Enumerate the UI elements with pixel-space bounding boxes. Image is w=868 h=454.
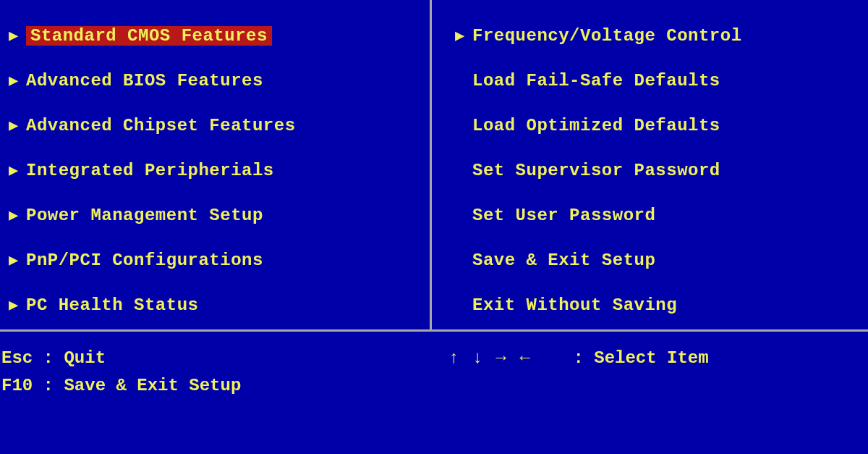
menu-item-label: Power Management Setup	[26, 206, 263, 225]
menu-item-right-5[interactable]: ▶Save & Exit Setup	[452, 237, 868, 282]
menu-item-label: Set Supervisor Password	[472, 161, 720, 180]
menu-item-label: Load Optimized Defaults	[472, 116, 720, 135]
hint-f10: F10 : Save & Exit Setup	[0, 372, 448, 400]
menu-column-left: ▶Standard CMOS Features▶Advanced BIOS Fe…	[0, 0, 432, 329]
menu-item-right-2[interactable]: ▶Load Optimized Defaults	[452, 103, 868, 148]
hint-arrows: ↑ ↓ → ← : Select Item	[448, 345, 709, 372]
footer-help-bar: Esc : Quit ↑ ↓ → ← : Select Item F10 : S…	[0, 332, 868, 400]
menu-item-label: Set User Password	[472, 206, 655, 225]
menu-item-label: PC Health Status	[26, 295, 198, 315]
menu-item-left-1[interactable]: ▶Advanced BIOS Features	[6, 58, 430, 103]
menu-item-right-6[interactable]: ▶Exit Without Saving	[452, 282, 868, 327]
menu-item-label: Exit Without Saving	[472, 295, 677, 315]
menu-item-label: Load Fail-Safe Defaults	[472, 71, 720, 91]
menu-item-label: Advanced BIOS Features	[26, 71, 263, 91]
menu-item-label: Standard CMOS Features	[26, 26, 272, 46]
submenu-arrow-icon: ▶	[9, 116, 26, 135]
menu-item-right-1[interactable]: ▶Load Fail-Safe Defaults	[452, 58, 868, 103]
menu-item-label: Integrated Peripherials	[26, 161, 274, 180]
menu-item-left-6[interactable]: ▶PC Health Status	[6, 282, 430, 327]
menu-item-left-5[interactable]: ▶PnP/PCI Configurations	[6, 237, 430, 282]
menu-item-left-0[interactable]: ▶Standard CMOS Features	[6, 13, 430, 58]
menu-item-label: Frequency/Voltage Control	[472, 26, 742, 46]
submenu-arrow-icon: ▶	[455, 26, 472, 46]
menu-column-right: ▶Frequency/Voltage Control▶Load Fail-Saf…	[432, 0, 868, 329]
submenu-arrow-icon: ▶	[9, 71, 26, 91]
menu-item-right-4[interactable]: ▶Set User Password	[452, 193, 868, 237]
submenu-arrow-icon: ▶	[9, 26, 26, 46]
submenu-arrow-icon: ▶	[9, 161, 26, 180]
submenu-arrow-icon: ▶	[9, 251, 26, 270]
menu-item-left-3[interactable]: ▶Integrated Peripherials	[6, 148, 430, 193]
menu-item-right-3[interactable]: ▶Set Supervisor Password	[452, 148, 868, 193]
menu-item-left-2[interactable]: ▶Advanced Chipset Features	[6, 103, 430, 148]
menu-item-right-0[interactable]: ▶Frequency/Voltage Control	[452, 13, 868, 58]
bios-main-menu: ▶Standard CMOS Features▶Advanced BIOS Fe…	[0, 0, 868, 332]
menu-item-label: Advanced Chipset Features	[26, 116, 296, 135]
menu-item-left-4[interactable]: ▶Power Management Setup	[6, 193, 430, 237]
submenu-arrow-icon: ▶	[9, 295, 26, 315]
menu-item-label: Save & Exit Setup	[472, 251, 655, 270]
submenu-arrow-icon: ▶	[9, 206, 26, 225]
hint-esc: Esc : Quit	[0, 345, 448, 372]
menu-item-label: PnP/PCI Configurations	[26, 251, 263, 270]
